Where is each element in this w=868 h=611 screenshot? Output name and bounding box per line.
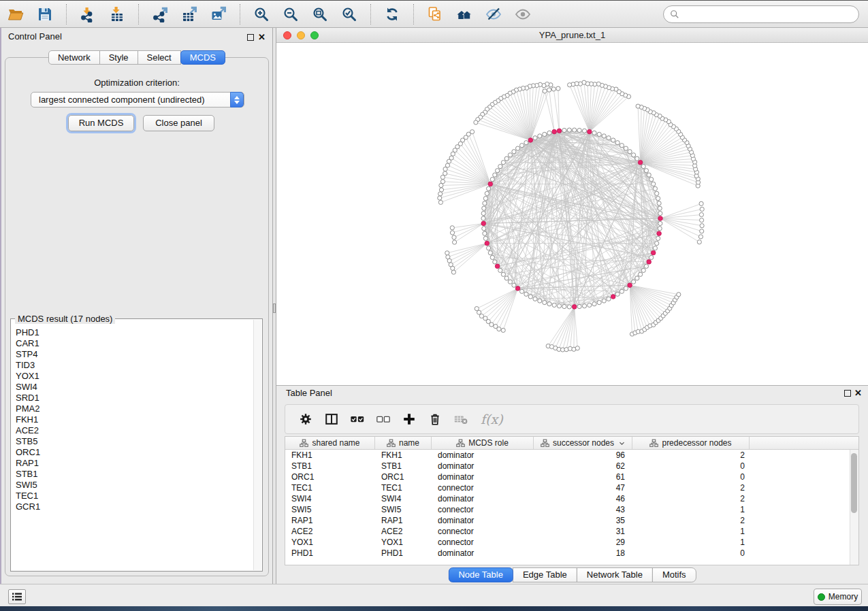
export-table-icon [181,6,197,22]
homes-icon [456,6,472,22]
close-table-panel-icon[interactable]: ✕ [854,388,862,399]
table-scrollbar[interactable] [850,450,858,565]
tab-node-table[interactable]: Node Table [448,567,513,582]
column-header-successor-nodes[interactable]: successor nodes [534,437,632,449]
mcds-result-item[interactable]: RAP1 [16,458,253,469]
table-row[interactable]: TEC1TEC1connector472 [285,482,850,493]
trash-icon [428,412,443,427]
cell-MCDS-role: dominator [432,450,534,461]
refresh-layout-button[interactable] [383,5,401,23]
cell-predecessor-nodes: 0 [632,548,750,559]
network-canvas[interactable] [276,43,868,385]
delete-column-button[interactable] [428,412,443,427]
table-row[interactable]: SWI5SWI5connector431 [285,504,850,515]
scrollbar-thumb[interactable] [851,453,857,513]
import-network-button[interactable] [79,5,97,23]
cell-predecessor-nodes: 2 [632,493,750,504]
table-row[interactable]: FKH1FKH1dominator962 [285,450,850,461]
split-view-button[interactable] [324,412,339,427]
search-input[interactable] [683,7,858,21]
cell-name: FKH1 [375,450,432,461]
mcds-result-item[interactable]: SWI4 [16,382,253,393]
mcds-result-item[interactable]: ORC1 [16,447,253,458]
function-builder-button[interactable]: f(x) [481,412,503,427]
mcds-result-item[interactable]: YOX1 [16,371,253,382]
list-icon [12,592,22,601]
save-session-button[interactable] [36,5,54,23]
column-type-icon [387,439,396,448]
zoom-selected-button[interactable] [340,5,358,23]
splitter-grip[interactable] [273,303,276,313]
column-type-icon [541,439,549,448]
run-mcds-button[interactable]: Run MCDS [68,115,134,131]
mcds-result-item[interactable]: STB5 [16,436,253,447]
export-network-button[interactable] [151,5,169,23]
open-file-button[interactable] [7,5,25,23]
column-header-MCDS-role[interactable]: MCDS role [432,437,534,449]
mcds-result-item[interactable]: FKH1 [16,414,253,425]
task-history-button[interactable] [8,589,26,604]
mcds-result-item[interactable]: PMA2 [16,403,253,414]
clone-network-icon [427,6,443,22]
export-table-button[interactable] [180,5,198,23]
search-box[interactable] [663,5,859,23]
network-view-titlebar: YPA_prune.txt_1 [276,28,868,43]
tab-network-table[interactable]: Network Table [577,567,653,582]
control-panel: Control Panel ✕ NetworkStyleSelectMCDS O… [1,28,272,584]
tab-style[interactable]: Style [99,50,138,65]
zoom-in-icon [253,6,270,22]
zoom-fit-icon [312,6,328,22]
table-row[interactable]: STB1STB1dominator620 [285,461,850,472]
cell-successor-nodes: 47 [534,482,632,493]
result-scrollbar[interactable] [253,320,261,570]
mcds-result-item[interactable]: PHD1 [16,327,253,338]
column-header-predecessor-nodes[interactable]: predecessor nodes [632,437,750,449]
mcds-result-item[interactable]: ACE2 [16,425,253,436]
table-row[interactable]: YOX1YOX1connector291 [285,537,850,548]
column-header-shared-name[interactable]: shared name [285,437,375,449]
mcds-result-item[interactable]: STB1 [16,469,253,480]
deselect-all-button[interactable] [376,412,391,427]
table-row[interactable]: ACE2ACE2connector311 [285,526,850,537]
mcds-result-item[interactable]: TID3 [16,360,253,371]
float-window-icon[interactable] [247,34,254,41]
close-panel-button[interactable]: Close panel [143,115,214,131]
tab-select[interactable]: Select [138,50,181,65]
criterion-select[interactable]: largest connected component (undirected) [31,92,244,108]
table-row[interactable]: ORC1ORC1dominator610 [285,472,850,482]
show-all-networks-button[interactable] [455,5,473,23]
hide-selected-button[interactable] [485,5,502,23]
close-panel-icon[interactable]: ✕ [258,32,266,43]
mcds-result-item[interactable]: SRD1 [16,393,253,403]
mcds-result-item[interactable]: GCR1 [16,501,253,512]
tab-edge-table[interactable]: Edge Table [513,567,577,582]
show-eye-button[interactable] [514,5,532,23]
select-all-button[interactable] [350,412,365,427]
table-row[interactable]: PHD1PHD1dominator180 [285,548,850,559]
table-row[interactable]: SWI4SWI4dominator462 [285,493,850,504]
mcds-result-item[interactable]: CAR1 [16,338,253,349]
export-image-button[interactable] [210,5,227,23]
zoom-in-button[interactable] [253,5,270,23]
delete-table-button[interactable] [453,412,468,427]
zoom-out-button[interactable] [282,5,300,23]
zoom-fit-button[interactable] [311,5,329,23]
table-row[interactable]: RAP1RAP1dominator352 [285,515,850,526]
mcds-result-item[interactable]: STP4 [16,349,253,360]
float-table-panel-icon[interactable] [844,390,851,397]
import-network-icon [80,6,96,22]
cell-shared-name: TEC1 [285,482,375,493]
clone-network-button[interactable] [426,5,444,23]
cell-MCDS-role: dominator [432,493,534,504]
toolbar-separator [370,4,371,24]
tab-motifs[interactable]: Motifs [652,567,696,582]
tab-network[interactable]: Network [48,50,100,65]
import-table-button[interactable] [108,5,126,23]
gear-button[interactable] [298,412,313,427]
tab-mcds[interactable]: MCDS [180,50,225,65]
add-column-button[interactable] [402,412,417,427]
mcds-result-item[interactable]: SWI5 [16,480,253,491]
column-header-name[interactable]: name [375,437,432,449]
memory-button[interactable]: Memory [814,589,862,605]
mcds-result-item[interactable]: TEC1 [16,491,253,501]
